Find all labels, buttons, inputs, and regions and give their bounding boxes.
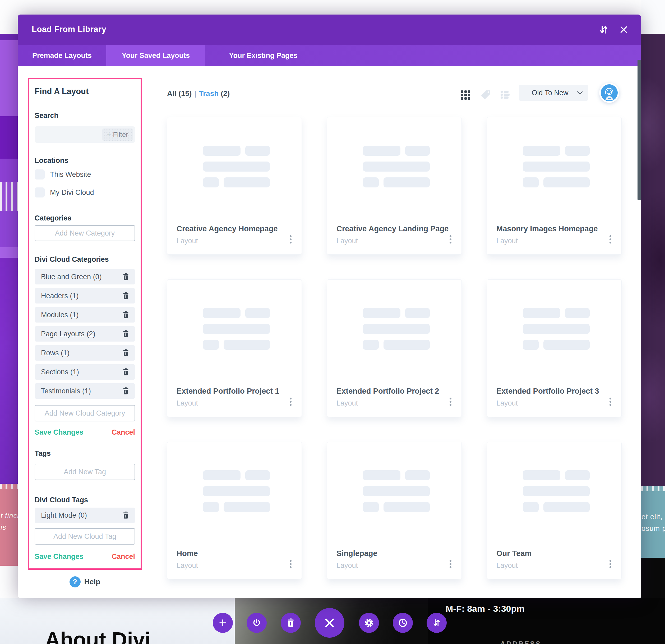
card-options-menu[interactable] [450,560,452,568]
add-new-cloud-category-input[interactable] [35,405,135,421]
history-button[interactable] [393,613,413,633]
bg-left-band [0,116,18,158]
locations-label: Locations [35,156,135,165]
bg-right-text-fragment: osum p [642,525,665,533]
card-options-menu[interactable] [450,398,452,406]
trash-icon[interactable] [122,368,130,376]
layout-card-title: Singlepage [337,549,377,558]
search-label: Search [35,112,135,120]
trash-icon[interactable] [122,311,130,319]
tab-your-existing-pages[interactable]: Your Existing Pages [205,45,321,66]
categories-label: Categories [35,214,135,222]
settings-button[interactable] [359,613,379,633]
help-link[interactable]: ? Help [28,576,142,587]
sort-order-select[interactable]: Old To New [519,85,588,101]
trash-icon[interactable] [122,292,130,300]
close-modal-button[interactable] [618,23,630,36]
cloud-category-item[interactable]: Testimonials (1) [35,383,135,399]
add-button[interactable] [213,613,233,633]
layout-card-title: Extended Portfolio Project 1 [176,387,279,396]
location-this-website[interactable]: This Website [35,169,135,180]
layout-card-type: Layout [176,562,198,570]
add-new-tag-input[interactable] [35,464,135,480]
cloud-category-name: Modules (1) [41,311,122,319]
cloud-category-item[interactable]: Headers (1) [35,288,135,303]
address-heading: ADDRESS [500,640,541,644]
cloud-categories-label: Divi Cloud Categories [35,255,135,264]
location-my-divi-cloud[interactable]: My Divi Cloud [35,187,135,198]
layout-card-title: Creative Agency Landing Page [337,224,449,233]
grid-view-button[interactable] [460,89,472,101]
account-avatar[interactable] [599,83,619,103]
trash-icon[interactable] [122,511,130,519]
page: t tinci is et elit, e osum p About Divi … [0,0,665,644]
portability-arrows-button[interactable] [426,613,447,633]
layout-card[interactable]: Creative Agency Homepage Layout [167,117,302,254]
portability-button[interactable] [247,613,267,633]
plus-icon [218,618,227,627]
cloud-category-item[interactable]: Modules (1) [35,307,135,323]
layout-card[interactable]: Our Team Layout [487,442,622,579]
save-changes-link[interactable]: Save Changes [35,552,83,561]
filter-separator: | [194,89,196,98]
cloud-category-name: Blue and Green (0) [41,273,122,281]
trash-icon[interactable] [122,330,130,338]
trash-button[interactable] [281,613,301,633]
bg-right-text-fragment: et elit, e [642,513,665,521]
add-new-cloud-tag-input[interactable] [35,528,135,545]
layout-card[interactable]: Extended Portfolio Project 3 Layout [487,280,622,417]
cancel-link[interactable]: Cancel [112,428,135,436]
card-options-menu[interactable] [609,235,611,244]
checkbox[interactable] [35,187,45,197]
trash-icon[interactable] [122,387,130,395]
portability-header-button[interactable] [597,23,610,36]
layout-card[interactable]: Masonry Images Homepage Layout [487,117,622,254]
tab-premade-layouts[interactable]: Premade Layouts [18,45,106,66]
cloud-tag-item[interactable]: Light Mode (0) [35,508,135,523]
cloud-category-item[interactable]: Sections (1) [35,364,135,380]
layout-card[interactable]: Home Layout [167,442,302,579]
trash-icon[interactable] [122,273,130,281]
card-options-menu[interactable] [450,235,452,244]
tab-your-saved-layouts[interactable]: Your Saved Layouts [106,45,205,66]
filter-trash-link[interactable]: Trash [199,89,219,98]
tag-save-row: Save Changes Cancel [35,552,135,561]
card-options-menu[interactable] [609,560,611,568]
cloud-category-name: Page Layouts (2) [41,330,122,338]
filter-button[interactable]: + Filter [102,129,133,141]
close-builder-button[interactable] [315,608,344,638]
checkbox[interactable] [35,169,45,179]
layout-card-type: Layout [337,562,358,570]
modal-scrollbar-thumb[interactable] [638,60,641,200]
cloud-category-item[interactable]: Page Layouts (2) [35,326,135,342]
layout-card[interactable]: Creative Agency Landing Page Layout [327,117,462,254]
filter-all[interactable]: All (15) [167,89,192,98]
save-changes-link[interactable]: Save Changes [35,428,83,436]
bg-left-text-fragment: is [1,524,6,532]
layout-card[interactable]: Extended Portfolio Project 1 Layout [167,280,302,417]
layout-card[interactable]: Singlepage Layout [327,442,462,579]
trash-icon [286,618,296,628]
cloud-category-item[interactable]: Rows (1) [35,345,135,361]
cloud-category-name: Sections (1) [41,368,122,376]
find-a-layout-panel: Find A Layout Search + Filter Locations … [28,78,142,570]
bg-right-top [641,0,665,34]
list-view-button[interactable] [499,89,511,101]
bg-left-band [0,34,18,40]
help-icon: ? [70,576,81,587]
business-hours-text: M-F: 8am - 3:30pm [445,604,525,614]
add-new-category-input[interactable] [35,225,135,241]
cancel-link[interactable]: Cancel [112,552,135,561]
cloud-category-item[interactable]: Blue and Green (0) [35,269,135,284]
card-options-menu[interactable] [290,235,291,244]
trash-icon[interactable] [122,349,130,357]
card-options-menu[interactable] [290,398,291,406]
card-options-menu[interactable] [290,560,291,568]
card-options-menu[interactable] [609,398,611,406]
avatar-icon [601,84,618,101]
layout-card-title: Extended Portfolio Project 3 [496,387,599,396]
layout-card-type: Layout [176,237,198,245]
results-filter-line: All (15)|Trash (2) [167,89,230,98]
layout-card[interactable]: Extended Portfolio Project 2 Layout [327,280,462,417]
tag-view-button[interactable] [480,89,492,101]
